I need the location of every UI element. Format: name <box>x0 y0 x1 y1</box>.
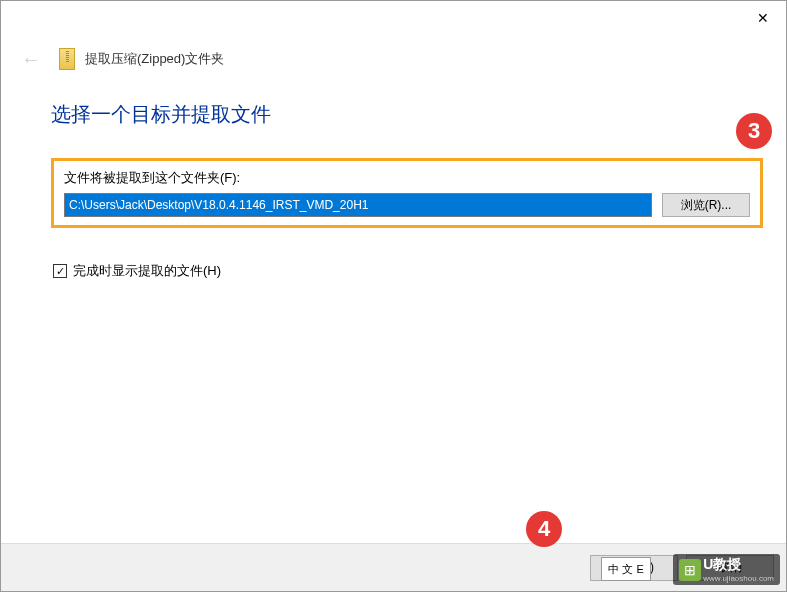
destination-label: 文件将被提取到这个文件夹(F): <box>64 169 750 187</box>
destination-path-input[interactable] <box>64 193 652 217</box>
checkmark-icon: ✓ <box>56 265 65 278</box>
watermark: ⊞ U教授 www.ujiaoshou.com <box>673 554 780 585</box>
watermark-url: www.ujiaoshou.com <box>703 574 774 583</box>
annotation-badge-3: 3 <box>736 113 772 149</box>
show-files-label: 完成时显示提取的文件(H) <box>73 262 221 280</box>
wizard-header: ← 提取压缩(Zipped)文件夹 <box>1 39 786 79</box>
destination-section: 文件将被提取到这个文件夹(F): 浏览(R)... <box>51 158 763 228</box>
page-heading: 选择一个目标并提取文件 <box>51 101 766 128</box>
wizard-footer: 提取(E) 取消 <box>1 543 786 591</box>
close-button[interactable]: ✕ <box>740 5 786 31</box>
zip-folder-icon <box>59 48 75 70</box>
watermark-logo-icon: ⊞ <box>679 559 701 581</box>
close-icon: ✕ <box>757 10 769 26</box>
wizard-title: 提取压缩(Zipped)文件夹 <box>85 50 224 68</box>
browse-button[interactable]: 浏览(R)... <box>662 193 750 217</box>
back-arrow-icon: ← <box>19 48 43 71</box>
destination-row: 浏览(R)... <box>64 193 750 217</box>
annotation-badge-4: 4 <box>526 511 562 547</box>
ime-indicator: 中 文 E <box>601 557 651 581</box>
titlebar: ✕ <box>1 1 786 31</box>
watermark-brand: U教授 <box>703 556 774 574</box>
show-files-checkbox-row: ✓ 完成时显示提取的文件(H) <box>51 262 766 280</box>
show-files-checkbox[interactable]: ✓ <box>53 264 67 278</box>
content-area: 选择一个目标并提取文件 文件将被提取到这个文件夹(F): 浏览(R)... ✓ … <box>51 101 766 280</box>
